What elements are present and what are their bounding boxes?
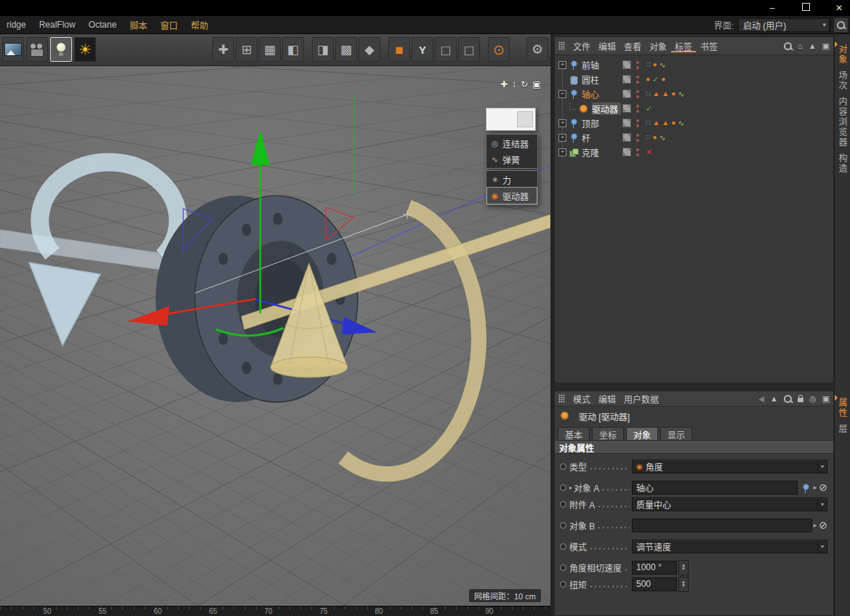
side-tab-layers[interactable]: 层 [836, 424, 849, 434]
clear-link-icon[interactable]: ⊘ [819, 519, 827, 531]
pan-icon[interactable]: ✚ [500, 79, 508, 89]
target-icon[interactable]: ◎ [809, 394, 817, 404]
am-menu-mode[interactable]: 模式 [569, 393, 594, 405]
object-row[interactable]: 驱动器 ✓ [555, 101, 833, 116]
anim-dot-icon[interactable] [560, 581, 566, 588]
menu-item-spring[interactable]: ∿ 弹簧 [487, 151, 537, 167]
anim-dot-icon[interactable] [560, 543, 566, 550]
side-tab-attributes[interactable]: 属性 [836, 398, 849, 418]
layer-chip[interactable] [622, 60, 631, 69]
layer-chip[interactable] [622, 119, 631, 127]
object-row[interactable]: 圆柱 ● ✓ ● [555, 72, 833, 87]
dynamics-tag-icon[interactable]: ● [652, 60, 657, 69]
minimize-icon[interactable]: – [766, 3, 779, 13]
close-icon[interactable]: ✕ [833, 3, 846, 13]
history-back-icon[interactable]: ◀ [758, 394, 764, 404]
maximize-icon[interactable] [799, 3, 812, 13]
side-tab-structure[interactable]: 构造 [836, 153, 849, 174]
menu-bridge[interactable]: ridge [0, 20, 33, 30]
object-name[interactable]: 前轴 [582, 59, 621, 71]
timeline-ruler[interactable]: 50 55 60 65 70 75 80 85 90 [0, 606, 550, 616]
magnet-icon[interactable]: ◧ [282, 37, 304, 62]
mode-dropdown[interactable]: 调节速度 ▾ [632, 540, 827, 553]
side-tab-takes[interactable]: 场次 [836, 71, 849, 91]
viewport-image-icon[interactable] [2, 37, 24, 62]
menu-item-motor[interactable]: ◉ 驱动器 [487, 188, 537, 204]
anim-dot-icon[interactable] [560, 463, 566, 470]
up-icon[interactable]: ▲ [809, 41, 817, 50]
menu-item-connector[interactable]: ◎ 连结器 [487, 135, 537, 151]
snap-icon[interactable]: ⊞ [236, 37, 257, 62]
object-name[interactable]: 驱动器 [592, 103, 621, 115]
protection-tag-icon[interactable]: ▲ [662, 119, 669, 127]
axis-icon[interactable]: ✚ [212, 37, 234, 62]
dynamics-tag-icon[interactable]: ● [671, 119, 675, 127]
am-menu-edit[interactable]: 编辑 [595, 393, 620, 405]
camera-icon[interactable] [26, 37, 48, 62]
expand-icon[interactable]: ▸ [569, 484, 572, 491]
parent-icon[interactable]: ▲ [770, 394, 778, 403]
expander-icon[interactable]: + [558, 119, 566, 127]
visibility-dots[interactable] [636, 105, 639, 113]
side-tab-objects[interactable]: 对象 [836, 44, 849, 65]
object-row[interactable]: + 顶部 ∷ ▲ ▲ ● ∿ [555, 116, 833, 130]
disabled-cross-icon[interactable]: ✕ [646, 148, 652, 156]
menu-help[interactable]: 帮助 [184, 19, 214, 31]
am-menu-userdata[interactable]: 用户数据 [620, 393, 662, 405]
collapse-icon[interactable]: − [558, 90, 566, 98]
layer-chip[interactable] [622, 75, 631, 84]
search-icon[interactable] [784, 42, 792, 50]
visibility-dots[interactable] [636, 90, 639, 98]
spinner-icon[interactable]: ▲▼ [678, 560, 689, 575]
array-icon[interactable]: ▩ [335, 37, 357, 62]
attachment-a-dropdown[interactable]: 质量中心 ▾ [632, 497, 827, 511]
om-menu-edit[interactable]: 编辑 [595, 40, 620, 52]
grid-snap-icon[interactable]: ▦ [259, 37, 281, 62]
enabled-check-icon[interactable]: ✓ [646, 104, 652, 113]
tab-coordinates[interactable]: 坐标 [592, 427, 624, 440]
object-a-link-field[interactable]: 轴心 [632, 481, 798, 495]
object-row[interactable]: + 前轴 ∷ ● ∿ [555, 57, 833, 72]
expander-icon[interactable]: + [558, 134, 566, 142]
object-name[interactable]: 圆柱 [582, 73, 621, 86]
dynamics-tag-icon[interactable]: ● [671, 89, 675, 98]
toggle-view-icon[interactable]: ▣ [532, 79, 540, 89]
angular-speed-input[interactable]: 1000 ° [632, 561, 677, 575]
object-row[interactable]: + 克隆 ✕ [555, 145, 833, 159]
tab-object[interactable]: 对象 [626, 427, 658, 440]
protection-tag-icon[interactable]: ▲ [652, 119, 659, 127]
side-tab-content-browser[interactable]: 内容浏览器 [836, 97, 849, 148]
object-b-link-field[interactable] [632, 519, 812, 532]
rotate-icon[interactable]: ↻ [521, 79, 528, 89]
clear-link-icon[interactable]: ⊘ [819, 481, 827, 493]
anim-dot-icon[interactable] [560, 501, 566, 508]
torque-input[interactable]: 500 [632, 577, 677, 591]
tab-display[interactable]: 显示 [660, 427, 692, 440]
dynamics-tag-icon[interactable]: ● [652, 133, 657, 142]
object-name[interactable]: 轴心 [582, 88, 621, 100]
expression-tag-icon[interactable]: ∷ [646, 89, 650, 98]
om-menu-tags[interactable]: 标签 [671, 40, 696, 52]
layer-chip[interactable] [622, 89, 631, 98]
om-menu-bookmarks[interactable]: 书签 [697, 40, 721, 52]
drag-grip-icon[interactable] [558, 394, 565, 403]
menu-realflow[interactable]: RealFlow [33, 20, 82, 30]
object-name[interactable]: 克隆 [582, 146, 621, 159]
settings-gear-icon[interactable]: ⚙ [526, 37, 548, 62]
menu-script[interactable]: 脚本 [123, 19, 153, 31]
link-menu-icon[interactable]: ▸ [814, 484, 817, 491]
search-icon[interactable] [784, 395, 792, 403]
simulation-icon[interactable]: ⊙ [488, 37, 510, 62]
command-search-button[interactable] [833, 17, 849, 33]
phong-tag-icon[interactable]: ∿ [659, 60, 665, 69]
expression-tag-icon[interactable]: ∷ [646, 119, 650, 127]
dynamics-tag-icon[interactable]: ● [646, 75, 650, 84]
home-icon[interactable]: ⌂ [798, 41, 803, 50]
wire-cube-icon[interactable]: ◻ [435, 37, 457, 62]
menu-window[interactable]: 窗口 [153, 19, 184, 31]
menu-item-force[interactable]: ✳ 力 [487, 172, 537, 188]
object-name[interactable]: 顶部 [582, 117, 621, 129]
layout-icon[interactable]: ▣ [822, 394, 830, 404]
visibility-dots[interactable] [636, 148, 639, 156]
anim-dot-icon[interactable] [560, 484, 566, 491]
